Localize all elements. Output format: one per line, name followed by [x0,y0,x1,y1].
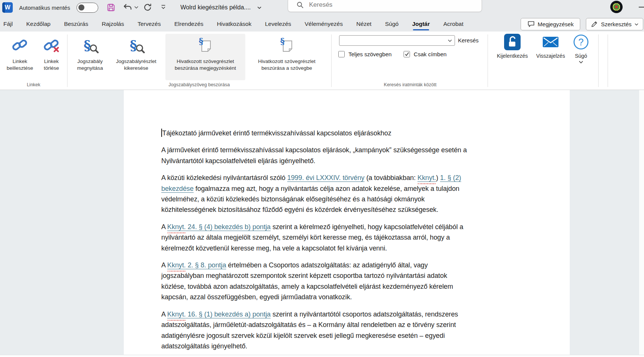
checkmark-icon [405,52,409,56]
ribbon-group-account: Kijelentkezés Visszajelzés ? Súgó [488,32,598,90]
autosave-toggle[interactable] [77,3,98,13]
menu-tab-jogtár[interactable]: Jogtár [412,16,430,32]
svg-text:§: § [130,37,137,53]
titlebar-search-input[interactable]: Keresés [288,0,482,12]
search-placeholder: Keresés [309,1,332,9]
section-sign-search-icon: § [81,36,99,55]
group-label-links: Linkek [0,82,67,87]
law-reference-link[interactable]: Kknyt. [417,174,436,182]
law-reference-link[interactable]: Kknyt. [167,310,186,318]
account-avatar[interactable] [610,1,623,13]
paragraph: A közúti közlekedési nyilvántartásról sz… [161,172,472,215]
combobox-chevron-down-icon [448,39,452,42]
document-content: Tájékoztató járműveket érintő termékviss… [161,128,472,357]
help-button[interactable]: ? Súgó [570,34,592,63]
menu-tab-tervezés[interactable]: Tervezés [138,16,161,32]
help-chevron-down-icon [579,61,583,63]
document-page[interactable]: Tájékoztató járműveket érintő termékviss… [124,90,570,357]
comments-button[interactable]: Megjegyzések [521,18,580,30]
paragraph: A Kknyt. 16. § (1) bekezdés a) pontja sz… [161,309,472,352]
title-only-checkbox[interactable] [404,51,410,57]
law-reference-link[interactable]: Kknyt. [167,223,186,231]
text-run: A közúti közlekedési nyilvántartásról sz… [161,174,287,182]
document-title[interactable]: Wolrd kiegészítés példa.... [180,4,261,11]
undo-button[interactable] [123,3,138,11]
help-question-icon: ? [573,34,589,50]
menu-tab-elrendezés[interactable]: Elrendezés [174,16,204,32]
menu-tab-fájl[interactable]: Fájl [3,16,13,32]
pencil-icon [591,21,598,28]
page-section-icon: § [197,36,214,55]
law-reference-link[interactable]: 1999. évi LXXXIV. törvény [287,174,365,182]
law-reference-link[interactable]: 2. § 8. pontja [186,261,226,269]
customize-quick-access-button[interactable] [161,4,166,10]
menu-tab-levelezés[interactable]: Levelezés [265,16,291,32]
open-law-button[interactable]: § Jogszabály megnyitása [71,34,109,72]
editing-button-label: Szerkesztés [601,21,632,27]
search-icon [296,1,304,9]
section-sign-search-icon: § [128,36,145,55]
find-law-excerpt-button[interactable]: § Jogszabályrészlet kikeresése [110,34,163,72]
vertical-scrollbar[interactable] [639,90,644,357]
svg-text:§: § [84,37,91,53]
menu-tab-acrobat[interactable]: Acrobat [443,16,463,32]
word-logo-icon[interactable]: W [2,2,13,13]
text-run: A [161,223,167,231]
law-reference-link[interactable]: 16. § (1) bekezdés a) pontja [186,310,270,318]
menu-tab-rajzolás[interactable]: Rajzolás [102,16,124,32]
open-law-label: Jogszabály megnyitása [71,58,109,72]
feedback-label: Visszajelzés [536,53,565,59]
law-reference-link[interactable]: Kknyt. [167,261,186,269]
unlock-icon [504,34,521,50]
redo-button[interactable] [143,3,152,12]
minimize-button[interactable] [639,7,644,8]
group-label-insert-law-text: Jogszabályszöveg beszúrása [67,82,331,87]
text-run: fogalmazza meg azt, hogy a nyilvántartás… [161,185,459,214]
text-run: ) [436,174,440,182]
delete-links-button[interactable]: Linkek törlése [38,34,65,72]
ribbon-group-separator [598,34,599,87]
insert-links-label: Linkek beillesztése [2,58,38,72]
feedback-button[interactable]: Visszajelzés [534,34,567,59]
status-bar-edge [0,355,644,357]
ribbon-search-button[interactable]: Keresés [458,37,479,44]
titlebar: W Automatikus mentés [0,0,644,16]
text-cursor [161,129,162,137]
ribbon-group-links: Linkek beillesztése Linkek törlése Linke… [0,32,67,90]
document-title-text: Wolrd kiegészítés példa.... [180,4,251,11]
menu-tab-hivatkozások[interactable]: Hivatkozások [217,16,251,32]
menu-tab-beszúrás[interactable]: Beszúrás [64,16,89,32]
ribbon-group-separator [331,34,332,87]
menu-tab-véleményezés[interactable]: Véleményezés [305,16,343,32]
undo-dropdown-chevron-icon[interactable] [134,6,138,9]
find-law-excerpt-label: Jogszabályrészlet kikeresése [110,58,163,72]
jogtar-ribbon: Linkek beillesztése Linkek törlése Linke… [0,32,644,90]
full-text-checkbox[interactable] [338,51,345,57]
law-reference-link[interactable]: 24. § (4) bekezdés b) pontja [186,223,270,231]
law-search-combobox[interactable] [339,35,455,46]
editing-mode-button[interactable]: Szerkesztés [586,18,643,30]
title-only-checkbox-label: Csak címben [414,51,447,57]
text-run: A [161,261,167,269]
insert-excerpt-as-comment-button[interactable]: § Hivatkozott szövegrészlet beszúrása me… [165,34,245,80]
ribbon-group-template-search: Keresés Teljes szövegben Csak címben Ker… [333,32,488,90]
redo-icon [143,3,152,12]
menu-tab-súgó[interactable]: Súgó [385,16,398,32]
insert-links-button[interactable]: Linkek beillesztése [2,34,38,72]
comment-icon [527,21,535,28]
paragraph: Tájékoztató járműveket érintő termékviss… [161,128,472,138]
chain-link-icon [11,36,29,55]
insert-excerpt-into-text-button[interactable]: § Hivatkozott szövegrészlet beszúrása a … [248,34,326,72]
paragraph: A Kknyt. 24. § (4) bekezdés b) pontja sz… [161,222,472,254]
text-run: (a továbbiakban: [365,174,417,182]
document-canvas: Tájékoztató járműveket érintő termékviss… [0,90,644,357]
save-button[interactable] [107,3,116,12]
paragraph: A járműveket érintő termékvisszahívással… [161,145,472,166]
menu-tab-nézet[interactable]: Nézet [356,16,372,32]
logout-button[interactable]: Kijelentkezés [494,34,531,59]
menu-tab-kezdőlap[interactable]: Kezdőlap [26,16,51,32]
comments-button-label: Megjegyzések [538,21,574,27]
word-window: W Automatikus mentés [0,0,644,357]
delete-links-label: Linkek törlése [38,58,65,72]
help-label: Súgó [575,53,587,59]
